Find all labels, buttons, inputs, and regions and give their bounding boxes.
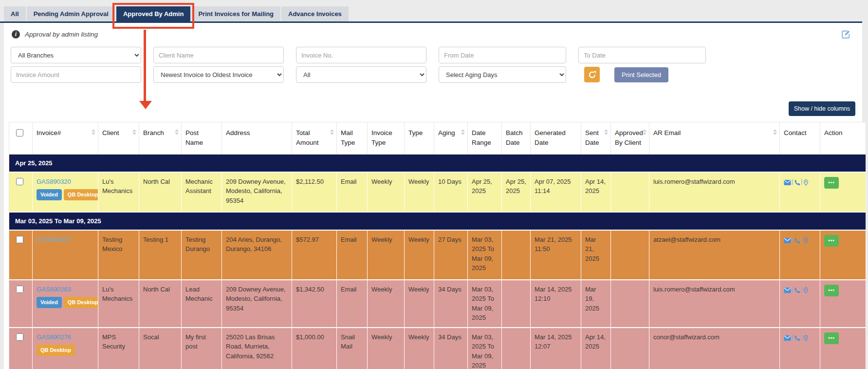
qb-desktop-badge: QB Desktop	[64, 189, 98, 200]
show-hide-columns-button[interactable]: Show / hide columns	[789, 101, 855, 116]
map-pin-icon[interactable]	[803, 334, 809, 341]
map-pin-icon[interactable]	[803, 236, 809, 244]
date-range-cell: Mar 03, 2025 To Mar 09, 2025	[468, 280, 502, 328]
action-cell: •••	[820, 230, 866, 280]
sent-date-cell: Mar 21, 2025	[581, 230, 611, 280]
row-actions-button[interactable]: •••	[824, 332, 839, 344]
tab-advance-invoices[interactable]: Advance Invoices	[281, 6, 349, 21]
client-cell: Lu's Mechanics	[98, 172, 139, 212]
tab-approved-by-admin[interactable]: Approved By Admin	[116, 6, 190, 21]
table-header-row: Invoice# Client Branch Post Name Address…	[9, 122, 866, 155]
row-checkbox[interactable]	[16, 178, 23, 185]
sent-date-cell: Apr 14, 2025	[581, 172, 611, 212]
date-group-label: Mar 03, 2025 To Mar 09, 2025	[9, 212, 866, 230]
aging-days-select[interactable]: Select Aging Days	[439, 66, 566, 83]
branch-cell: North Cal	[139, 280, 182, 328]
col-date-range: Date Range	[468, 122, 502, 155]
select-all-checkbox[interactable]	[16, 129, 23, 136]
col-invoice[interactable]: Invoice#	[33, 122, 98, 155]
aging-cell: 27 Days	[434, 230, 468, 280]
table-row: GAS890283 VoidedQB Desktop Lu's Mechanic…	[9, 280, 866, 328]
contact-cell: ||	[780, 280, 820, 328]
email-icon[interactable]	[784, 236, 791, 244]
invoice-link[interactable]: GAS890283	[37, 286, 71, 293]
email-icon[interactable]	[784, 178, 791, 186]
client-cell: Testing Mexico	[98, 230, 139, 280]
col-branch-label: Branch	[143, 129, 164, 136]
generated-date-cell: Mar 14, 2025 12:10	[531, 280, 581, 328]
col-post-name: Post Name	[182, 122, 222, 155]
map-pin-icon[interactable]	[803, 178, 809, 186]
row-checkbox[interactable]	[16, 333, 23, 341]
total-amount-cell: $1,000.00	[292, 328, 337, 369]
col-contact: Contact	[780, 122, 820, 155]
row-checkbox[interactable]	[16, 236, 23, 243]
edit-pencil-icon[interactable]	[841, 30, 850, 39]
action-cell: •••	[820, 328, 866, 369]
filter-buttons: Print Selected	[578, 66, 706, 83]
phone-icon[interactable]	[794, 286, 800, 293]
type-cell: Weekly	[405, 280, 434, 328]
mail-type-cell: Email	[337, 172, 368, 212]
filter-panel: All Branches Newest Invoice to Oldest In…	[11, 47, 855, 83]
invoice-no-input[interactable]	[296, 47, 426, 63]
branch-select[interactable]: All Branches	[11, 47, 141, 63]
action-cell: •••	[820, 280, 866, 328]
sort-icon	[643, 129, 646, 135]
status-select[interactable]: All	[296, 66, 426, 83]
row-actions-button[interactable]: •••	[824, 285, 839, 296]
qb-desktop-badge: QB Desktop	[37, 345, 75, 356]
email-icon[interactable]	[784, 286, 791, 293]
total-amount-cell: $1,342.50	[292, 280, 337, 328]
batch-date-cell	[502, 280, 531, 328]
type-cell: Weekly	[405, 172, 434, 212]
generated-date-cell: Mar 21, 2025 11:50	[531, 230, 581, 280]
approved-by-client-cell	[611, 172, 649, 212]
address-cell: 204 Aries, Durango, Durango, 34106	[222, 230, 292, 280]
invoice-link[interactable]: GAS890307	[37, 236, 71, 243]
sort-order-select[interactable]: Newest Invoice to Oldest Invoice	[153, 66, 284, 83]
col-sent-date[interactable]: Sent Date	[581, 122, 611, 155]
voided-badge: Voided	[37, 189, 62, 200]
row-checkbox[interactable]	[16, 286, 23, 293]
tab-print-invoices-for-mailing[interactable]: Print Invoices for Mailing	[191, 6, 280, 21]
date-group-row: Mar 03, 2025 To Mar 09, 2025	[9, 212, 866, 230]
phone-icon[interactable]	[794, 236, 800, 244]
col-client[interactable]: Client	[98, 122, 139, 155]
tab-all[interactable]: All	[4, 6, 26, 21]
to-date-input[interactable]	[578, 47, 706, 63]
col-ar-email-label: AR Email	[653, 129, 681, 136]
approved-by-client-cell	[611, 230, 649, 280]
tab-approved-by-admin-label: Approved By Admin	[123, 10, 184, 18]
invoice-amount-input[interactable]	[11, 66, 141, 83]
phone-icon[interactable]	[794, 334, 800, 341]
refresh-button[interactable]	[584, 67, 600, 82]
tab-pending-admin-approval[interactable]: Pending Admin Approval	[27, 6, 115, 21]
ar-email-cell: luis.romero@staffwizard.com	[649, 280, 780, 328]
tab-bar: All Pending Admin Approval Approved By A…	[0, 0, 862, 23]
print-selected-button[interactable]: Print Selected	[614, 67, 668, 82]
col-approved-by-client[interactable]: Approved By Client	[611, 122, 649, 155]
table-row: GAS890307 Testing Mexico Testing 1 Testi…	[9, 230, 866, 280]
ar-email-cell: conor@staffwizard.com	[649, 328, 780, 369]
email-icon[interactable]	[784, 334, 791, 341]
from-date-input[interactable]	[439, 47, 566, 63]
col-total-amount[interactable]: Total Amount	[292, 122, 337, 155]
mail-type-cell: Email	[337, 230, 368, 280]
col-aging[interactable]: Aging	[434, 122, 468, 155]
contact-cell: ||	[780, 230, 820, 280]
mail-type-cell: Email	[337, 280, 368, 328]
map-pin-icon[interactable]	[803, 286, 809, 293]
row-actions-button[interactable]: •••	[824, 235, 839, 247]
row-actions-button[interactable]: •••	[824, 177, 839, 189]
client-name-input[interactable]	[153, 47, 284, 63]
invoice-link[interactable]: GAS890320	[37, 178, 71, 185]
date-range-cell: Mar 03, 2025 To Mar 09, 2025	[468, 230, 502, 280]
invoice-link[interactable]: GAS890276	[37, 333, 71, 341]
col-aging-label: Aging	[438, 129, 455, 136]
col-ar-email[interactable]: AR Email	[649, 122, 780, 155]
col-branch[interactable]: Branch	[139, 122, 182, 155]
col-approved-by-client-label: Approved By Client	[615, 129, 643, 146]
post-name-cell: Testing Durango	[182, 230, 222, 280]
phone-icon[interactable]	[794, 178, 800, 186]
